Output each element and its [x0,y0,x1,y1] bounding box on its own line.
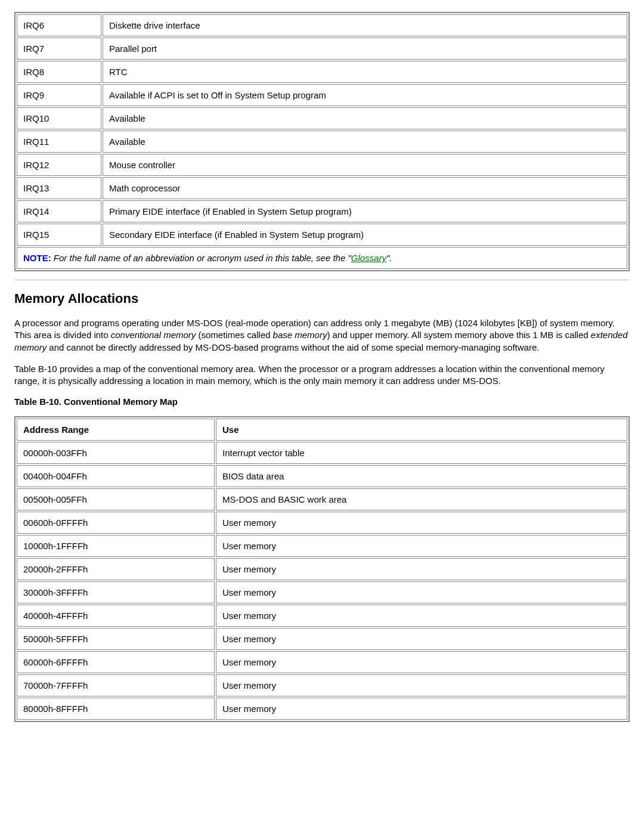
irq-cell: IRQ13 [17,177,101,199]
table-row: 50000h-5FFFFhUser memory [17,628,627,650]
text: (sometimes called [196,330,273,340]
section-heading: Memory Allocations [14,291,630,306]
use-cell: User memory [216,512,627,534]
irq-desc: Primary EIDE interface (if Enabled in Sy… [103,200,627,222]
table-row: IRQ8RTC [17,61,627,83]
addr-cell: 20000h-2FFFFh [17,558,215,580]
irq-cell: IRQ11 [17,131,101,153]
para-1: A processor and programs operating under… [14,317,630,354]
irq-table-body: IRQ6Diskette drive interface IRQ7Paralle… [17,14,627,269]
table-row: 60000h-6FFFFhUser memory [17,651,627,673]
addr-cell: 40000h-4FFFFh [17,605,215,627]
irq-desc: Secondary EIDE interface (if Enabled in … [103,224,627,246]
irq-cell: IRQ7 [17,38,101,60]
use-cell: User memory [216,581,627,603]
use-cell: User memory [216,698,627,720]
irq-desc: Parallel port [103,38,627,60]
table-row: 10000h-1FFFFhUser memory [17,535,627,557]
italic-text: base memory [273,330,327,340]
irq-desc: Available [103,131,627,153]
memory-table: Address Range Use 00000h-003FFhInterrupt… [14,416,630,722]
table-row: IRQ15Secondary EIDE interface (if Enable… [17,224,627,246]
addr-cell: 50000h-5FFFFh [17,628,215,650]
use-cell: User memory [216,651,627,673]
addr-cell: 30000h-3FFFFh [17,581,215,603]
italic-text: conventional memory [111,330,196,340]
table-row: IRQ7Parallel port [17,38,627,60]
addr-cell: 80000h-8FFFFh [17,698,215,720]
glossary-link[interactable]: Glossary [351,253,386,263]
divider [14,280,630,280]
irq-cell: IRQ9 [17,84,101,106]
addr-cell: 00000h-003FFh [17,442,215,464]
table-row: 70000h-7FFFFhUser memory [17,674,627,696]
irq-table: IRQ6Diskette drive interface IRQ7Paralle… [14,12,630,271]
addr-cell: 00400h-004FFh [17,465,215,487]
use-cell: User memory [216,628,627,650]
table-row: 40000h-4FFFFhUser memory [17,605,627,627]
table-row: 00600h-0FFFFhUser memory [17,512,627,534]
note-text-after: ". [386,253,392,263]
table-header-row: Address Range Use [17,419,627,441]
addr-cell: 70000h-7FFFFh [17,674,215,696]
irq-cell: IRQ10 [17,107,101,129]
table-row: 80000h-8FFFFhUser memory [17,698,627,720]
note-cell: NOTE: For the full name of an abbreviati… [17,247,627,269]
note-text-before: For the full name of an abbreviation or … [51,253,351,263]
irq-desc: Mouse controller [103,154,627,176]
note-label: NOTE: [23,253,51,263]
table-row: IRQ14Primary EIDE interface (if Enabled … [17,200,627,222]
irq-desc: Available if ACPI is set to Off in Syste… [103,84,627,106]
table-caption: Table B-10. Conventional Memory Map [14,397,630,407]
addr-cell: 60000h-6FFFFh [17,651,215,673]
col-header-address: Address Range [17,419,215,441]
table-row: IRQ10Available [17,107,627,129]
text: ) and upper memory. All system memory ab… [327,330,590,340]
col-header-use: Use [216,419,627,441]
table-row: IRQ11Available [17,131,627,153]
use-cell: Interrupt vector table [216,442,627,464]
irq-cell: IRQ14 [17,200,101,222]
use-cell: User memory [216,535,627,557]
table-row: 20000h-2FFFFhUser memory [17,558,627,580]
irq-cell: IRQ15 [17,224,101,246]
table-row: IRQ12Mouse controller [17,154,627,176]
irq-cell: IRQ8 [17,61,101,83]
addr-cell: 00600h-0FFFFh [17,512,215,534]
table-row: 30000h-3FFFFhUser memory [17,581,627,603]
addr-cell: 10000h-1FFFFh [17,535,215,557]
table-row: 00500h-005FFhMS-DOS and BASIC work area [17,488,627,510]
use-cell: User memory [216,605,627,627]
table-row: 00400h-004FFhBIOS data area [17,465,627,487]
irq-desc: Math coprocessor [103,177,627,199]
irq-desc: Diskette drive interface [103,14,627,36]
irq-desc: RTC [103,61,627,83]
table-row: IRQ13Math coprocessor [17,177,627,199]
irq-cell: IRQ12 [17,154,101,176]
use-cell: User memory [216,674,627,696]
note-row: NOTE: For the full name of an abbreviati… [17,247,627,269]
addr-cell: 00500h-005FFh [17,488,215,510]
use-cell: BIOS data area [216,465,627,487]
para-2: Table B-10 provides a map of the convent… [14,363,630,388]
irq-cell: IRQ6 [17,14,101,36]
use-cell: MS-DOS and BASIC work area [216,488,627,510]
table-row: IRQ6Diskette drive interface [17,14,627,36]
use-cell: User memory [216,558,627,580]
table-row: IRQ9Available if ACPI is set to Off in S… [17,84,627,106]
table-row: 00000h-003FFhInterrupt vector table [17,442,627,464]
irq-desc: Available [103,107,627,129]
text: and cannot be directly addressed by MS-D… [47,342,539,352]
